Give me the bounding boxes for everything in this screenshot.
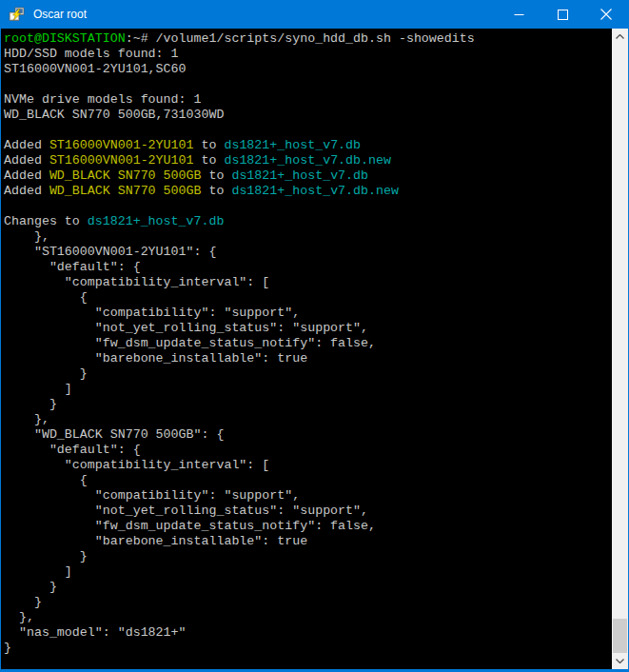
- window-title: Oscar root: [33, 8, 497, 21]
- chevron-down-icon: [616, 659, 624, 663]
- terminal-line: "fw_dsm_update_status_notify": false,: [4, 336, 612, 351]
- terminal-line: root@DISKSTATION:~# /volume1/scripts/syn…: [4, 31, 612, 47]
- scrollbar-track[interactable]: [612, 45, 628, 653]
- terminal-line: "nas_model": "ds1821+": [4, 625, 612, 641]
- maximize-icon: [558, 10, 568, 20]
- minimize-button[interactable]: [497, 0, 541, 29]
- terminal-line: ST16000VN001-2YU101,SC60: [4, 62, 612, 77]
- terminal-line: "ST16000VN001-2YU101": {: [4, 245, 612, 260]
- close-button[interactable]: [584, 0, 628, 29]
- titlebar[interactable]: Oscar root: [1, 0, 628, 29]
- terminal-line: {: [4, 473, 612, 488]
- terminal-line: NVMe drive models found: 1: [4, 92, 612, 108]
- terminal-line: }: [4, 366, 612, 382]
- minimize-icon: [514, 10, 524, 20]
- terminal-line: Added ST16000VN001-2YU101 to ds1821+_hos…: [4, 153, 612, 168]
- terminal-line: "WD_BLACK SN770 500GB": {: [4, 427, 612, 443]
- terminal-output[interactable]: root@DISKSTATION:~# /volume1/scripts/syn…: [1, 29, 612, 669]
- putty-terminal-icon: [9, 7, 25, 23]
- terminal-line: "default": {: [4, 443, 612, 458]
- terminal-line: "fw_dsm_update_status_notify": false,: [4, 519, 612, 534]
- terminal-line: }: [4, 595, 612, 610]
- window-body: root@DISKSTATION:~# /volume1/scripts/syn…: [1, 29, 628, 669]
- terminal-line: WD_BLACK SN770 500GB,731030WD: [4, 108, 612, 123]
- terminal-line: {: [4, 290, 612, 306]
- terminal-line: ]: [4, 382, 612, 397]
- terminal-line: Added WD_BLACK SN770 500GB to ds1821+_ho…: [4, 168, 612, 184]
- scrollbar-thumb[interactable]: [613, 619, 627, 653]
- terminal-line: },: [4, 412, 612, 427]
- scroll-up-button[interactable]: [612, 29, 628, 45]
- terminal-line: "not_yet_rolling_status": "support",: [4, 321, 612, 336]
- terminal-line: },: [4, 229, 612, 245]
- terminal-line: HDD/SSD models found: 1: [4, 47, 612, 62]
- terminal-line: "compatibility": "support",: [4, 488, 612, 504]
- terminal-line: Added ST16000VN001-2YU101 to ds1821+_hos…: [4, 138, 612, 153]
- maximize-button[interactable]: [541, 0, 584, 29]
- terminal-line: "compatibility": "support",: [4, 306, 612, 321]
- terminal-line: },: [4, 610, 612, 625]
- putty-window: Oscar root root@DISKSTATION:~# /volume1/…: [0, 0, 629, 672]
- terminal-line: "barebone_installable": true: [4, 534, 612, 549]
- close-icon: [600, 9, 612, 20]
- terminal-line: Added WD_BLACK SN770 500GB to ds1821+_ho…: [4, 184, 612, 199]
- scrollbar[interactable]: [612, 29, 628, 669]
- window-controls: [497, 0, 628, 29]
- scroll-down-button[interactable]: [612, 653, 628, 669]
- terminal-line: "default": {: [4, 260, 612, 275]
- terminal-line: }: [4, 641, 612, 656]
- terminal-line: "compatibility_interval": [: [4, 458, 612, 473]
- terminal-line: Changes to ds1821+_host_v7.db: [4, 214, 612, 229]
- terminal-line: }: [4, 549, 612, 564]
- terminal-line: [4, 77, 612, 92]
- terminal-line: }: [4, 397, 612, 412]
- chevron-up-icon: [616, 34, 624, 39]
- terminal-line: "not_yet_rolling_status": "support",: [4, 504, 612, 519]
- terminal-line: [4, 199, 612, 214]
- terminal-line: [4, 123, 612, 138]
- terminal-line: "compatibility_interval": [: [4, 275, 612, 290]
- terminal-line: ]: [4, 564, 612, 580]
- terminal-line: }: [4, 580, 612, 595]
- terminal-line: "barebone_installable": true: [4, 351, 612, 366]
